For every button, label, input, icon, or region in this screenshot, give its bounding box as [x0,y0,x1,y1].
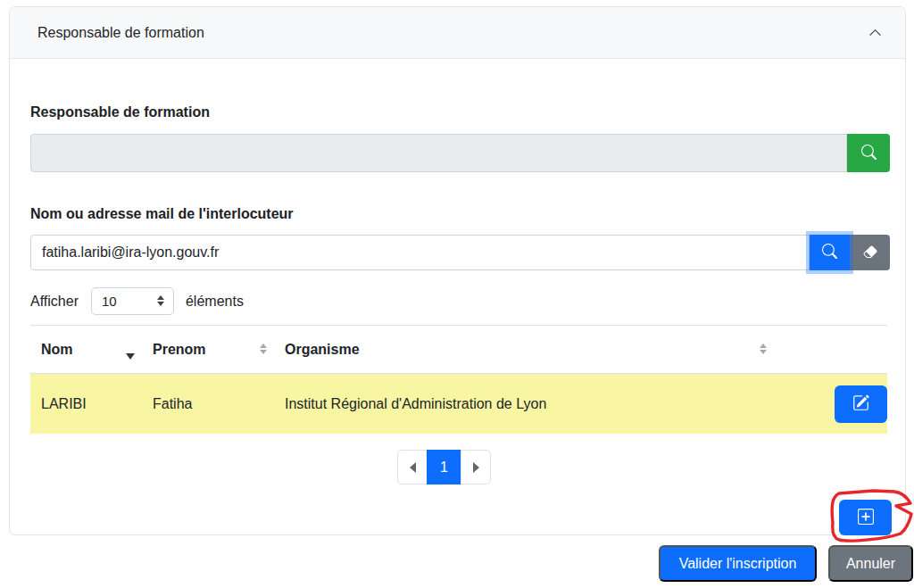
panel-header[interactable]: Responsable de formation [10,7,905,59]
page-length-control: Afficher 10 éléments [30,286,244,316]
results-table: Nom Prenom Organisme LARIBI Fatiha Insti… [30,325,887,434]
responsable-search-group [30,134,890,172]
validate-inscription-button[interactable]: Valider l'inscription [659,545,817,582]
table-row[interactable]: LARIBI Fatiha Institut Régional d'Admini… [30,374,887,434]
edit-button[interactable] [835,385,887,423]
column-header-nom[interactable]: Nom [30,326,142,373]
interlocuteur-input[interactable] [30,235,810,270]
page-1-button[interactable]: 1 [427,450,461,484]
cell-actions [774,385,887,423]
page: Responsable de formation Responsable de … [0,0,914,588]
cancel-button[interactable]: Annuler [828,545,913,582]
table-header-row: Nom Prenom Organisme [30,325,887,374]
next-page-button[interactable] [461,450,491,484]
responsable-input [30,134,847,172]
column-header-prenom[interactable]: Prenom [142,326,274,373]
responsable-label: Responsable de formation [30,104,210,120]
sort-icon [760,344,767,354]
chevron-up-icon[interactable] [868,26,882,39]
select-arrows-icon [157,295,164,306]
search-icon [822,244,837,261]
sort-icon [260,344,267,354]
page-length-value: 10 [102,294,117,309]
interlocuteur-label: Nom ou adresse mail de l'interlocuteur [30,206,294,222]
pagination: 1 [397,450,491,484]
panel-title: Responsable de formation [37,25,204,41]
add-button[interactable] [839,500,892,535]
pencil-square-icon [852,394,869,414]
column-header-actions [774,326,887,373]
search-icon [861,145,877,162]
sort-desc-icon [126,353,135,360]
plus-square-icon [858,509,874,527]
items-label: éléments [186,294,244,310]
triangle-left-icon [410,462,416,473]
responsable-search-button[interactable] [847,134,890,172]
cell-organisme: Institut Régional d'Administration de Ly… [274,396,774,412]
show-label: Afficher [30,294,79,310]
previous-page-button[interactable] [397,450,428,484]
eraser-icon [863,244,877,261]
column-header-organisme[interactable]: Organisme [274,326,774,373]
page-length-select[interactable]: 10 [91,287,174,315]
clear-search-button[interactable] [850,235,890,270]
cell-nom: LARIBI [30,396,142,412]
cell-prenom: Fatiha [142,396,274,412]
interlocuteur-search-group [30,235,890,270]
interlocuteur-search-button[interactable] [810,235,850,270]
triangle-right-icon [473,462,479,473]
responsable-formation-panel: Responsable de formation Responsable de … [9,6,906,535]
